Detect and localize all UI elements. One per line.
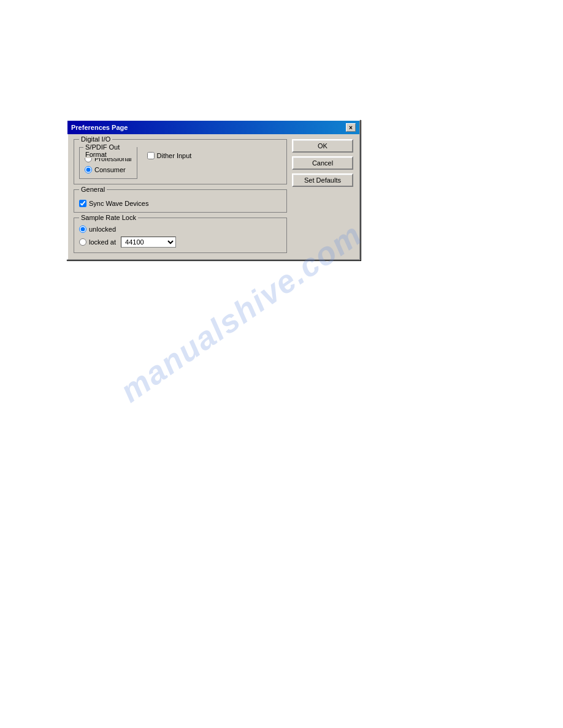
sync-wave-devices-option[interactable]: Sync Wave Devices: [79, 200, 282, 207]
sample-rate-radio-group: unlocked locked at 44100 48000 88200 960…: [79, 226, 282, 248]
locked-at-row: locked at 44100 48000 88200 96000: [79, 237, 282, 248]
locked-at-option[interactable]: locked at: [79, 238, 116, 246]
unlocked-radio[interactable]: [79, 226, 86, 233]
ok-button[interactable]: OK: [292, 139, 353, 153]
dither-input-option[interactable]: Dither Input: [147, 152, 192, 159]
general-group: General Sync Wave Devices: [74, 189, 287, 213]
locked-at-label: locked at: [89, 238, 116, 246]
sync-wave-devices-label: Sync Wave Devices: [89, 200, 148, 207]
digital-io-group: Digital I/O S/PDIF Out Format Profession…: [74, 139, 287, 184]
dialog-title: Preferences Page: [71, 124, 128, 131]
left-panel: Digital I/O S/PDIF Out Format Profession…: [74, 139, 287, 253]
close-button[interactable]: ×: [346, 123, 356, 132]
sample-rate-lock-label: Sample Rate Lock: [79, 214, 138, 221]
sample-rate-select[interactable]: 44100 48000 88200 96000: [121, 237, 176, 248]
general-label: General: [79, 186, 107, 193]
consumer-label: Consumer: [94, 166, 126, 173]
locked-at-radio[interactable]: [79, 238, 86, 246]
digital-io-row: S/PDIF Out Format Professional Consumer: [79, 147, 282, 179]
dither-input-checkbox[interactable]: [147, 152, 155, 159]
dither-input-label: Dither Input: [157, 152, 192, 159]
consumer-option[interactable]: Consumer: [85, 166, 132, 173]
unlocked-option[interactable]: unlocked: [79, 226, 282, 233]
dialog-window: Preferences Page × Digital I/O S/PDIF Ou…: [66, 119, 361, 260]
digital-io-label: Digital I/O: [79, 135, 112, 143]
unlocked-label: unlocked: [89, 226, 116, 233]
spdif-label: S/PDIF Out Format: [83, 143, 137, 158]
cancel-button[interactable]: Cancel: [292, 156, 353, 170]
consumer-radio[interactable]: [85, 166, 92, 173]
sample-rate-lock-group: Sample Rate Lock unlocked locked at 4410…: [74, 218, 287, 253]
dialog-content: Digital I/O S/PDIF Out Format Profession…: [67, 134, 359, 259]
right-panel: OK Cancel Set Defaults: [292, 139, 353, 253]
spdif-group: S/PDIF Out Format Professional Consumer: [79, 147, 137, 179]
title-bar: Preferences Page ×: [67, 121, 359, 134]
set-defaults-button[interactable]: Set Defaults: [292, 173, 353, 187]
sync-wave-devices-checkbox[interactable]: [79, 200, 86, 207]
